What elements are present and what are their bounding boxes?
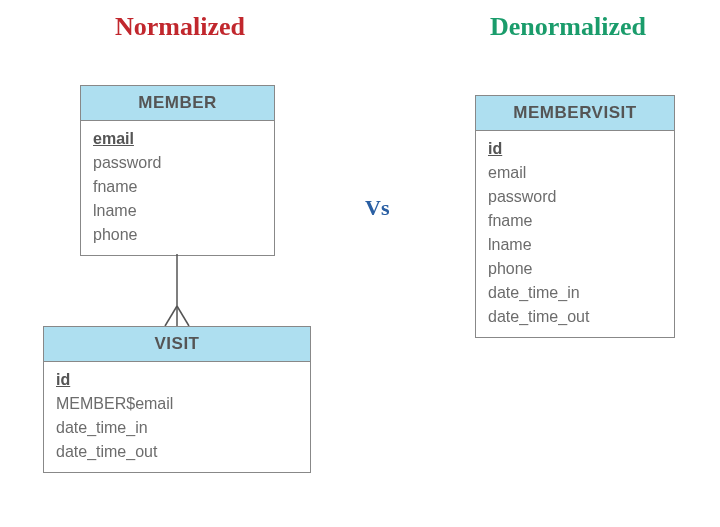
table-membervisit-fields: id email password fname lname phone date… (476, 131, 674, 337)
field: lname (488, 233, 664, 257)
field: password (488, 185, 664, 209)
field: date_time_out (56, 440, 300, 464)
svg-line-2 (177, 306, 189, 326)
table-membervisit-title: MEMBERVISIT (476, 96, 674, 131)
field: fname (488, 209, 664, 233)
field: id (56, 368, 300, 392)
field: date_time_in (488, 281, 664, 305)
svg-line-1 (165, 306, 177, 326)
field: id (488, 137, 664, 161)
table-visit-fields: id MEMBER$email date_time_in date_time_o… (44, 362, 310, 472)
field: MEMBER$email (56, 392, 300, 416)
table-membervisit: MEMBERVISIT id email password fname lnam… (475, 95, 675, 338)
field: email (488, 161, 664, 185)
field: phone (488, 257, 664, 281)
field: date_time_out (488, 305, 664, 329)
table-visit-title: VISIT (44, 327, 310, 362)
table-visit: VISIT id MEMBER$email date_time_in date_… (43, 326, 311, 473)
field: date_time_in (56, 416, 300, 440)
